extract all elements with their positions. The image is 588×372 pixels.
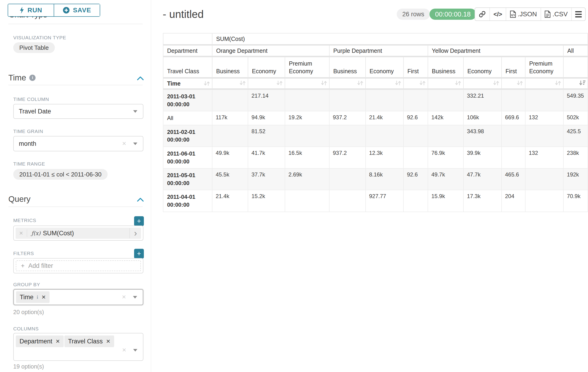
sort-icon[interactable] [357,80,364,86]
columns-chip[interactable]: Travel Class ✕ [64,336,114,347]
sort-icon[interactable] [320,80,327,86]
group-by-chip[interactable]: Time i ✕ [16,291,50,303]
sort-icon[interactable] [394,80,401,86]
add-filter-plus-button[interactable]: + [134,249,144,258]
time-grain-select[interactable]: month × [13,136,143,151]
filters-box: + Add filter [13,258,143,273]
share-link-button[interactable] [475,8,490,21]
clear-icon[interactable]: × [122,293,126,301]
table-cell: 332.21 [463,89,502,111]
sort-icon[interactable] [239,80,246,86]
viz-type-pill[interactable]: Pivot Table [13,42,55,53]
table-cell: 81.52 [248,125,285,147]
time-column-select[interactable]: Travel Date [13,104,143,119]
time-section-header[interactable]: Time i [8,73,36,82]
query-section-header[interactable]: Query [8,194,31,204]
group-by-select[interactable]: Time i ✕ × [13,289,143,305]
column-sort-header[interactable] [563,78,588,89]
table-cell [525,125,563,147]
column-sort-header[interactable] [463,78,502,89]
add-metric-button[interactable]: + [134,216,144,226]
table-cell: 549.35 [563,89,588,111]
sort-icon[interactable] [493,80,499,86]
table-row: 2011-06-01 00:00:0049.9k41.7k16.5k937.21… [163,147,588,168]
column-header: Business [428,56,463,78]
column-sort-header[interactable] [212,78,248,89]
column-sort-header[interactable] [285,78,329,89]
sort-icon[interactable] [276,80,283,86]
save-button-label: SAVE [73,7,91,14]
save-button[interactable]: SAVE [54,4,100,16]
export-csv-button[interactable]: .CSV [541,8,572,21]
chart-title[interactable]: - untitled [163,8,204,21]
export-toolbar: </> .JSON .CSV [475,7,586,21]
row-header: 2011-03-01 00:00:00 [163,89,212,111]
export-json-button[interactable]: .JSON [506,8,541,21]
table-cell: 425.5 [563,125,588,147]
query-section-title: Query [8,194,31,204]
table-cell: 15.2k [248,190,285,212]
table-row: 2011-05-01 00:00:0045.5k37.7k2.69k8.16k9… [163,168,588,190]
run-button[interactable]: RUN [8,4,54,16]
chevron-right-icon[interactable]: › [129,228,141,238]
table-cell: 47.7k [463,168,502,190]
time-column-label: TIME COLUMN [13,96,49,102]
column-sort-header[interactable] [525,78,563,89]
table-row: 2011-02-01 00:00:0081.52343.98425.5 [163,125,588,147]
sort-desc-icon[interactable] [579,80,586,86]
sort-icon[interactable] [203,80,210,87]
time-range-pill[interactable]: 2011-01-01 ≤ col < 2011-06-30 [13,169,108,180]
column-group-header: Purple Department [329,45,428,56]
column-sort-header[interactable] [428,78,463,89]
table-cell: 465.6 [502,168,525,190]
pivot-table-container: SUM(Cost)DepartmentOrange DepartmentPurp… [163,33,588,212]
table-cell: 217.14 [248,89,285,111]
columns-chip[interactable]: Department ✕ [16,336,64,347]
section-divider [8,85,143,85]
csv-file-icon [545,11,551,18]
row-header: 2011-05-01 00:00:00 [163,168,212,190]
table-cell: 41.7k [248,147,285,168]
column-header: Economy [463,56,502,78]
remove-metric-icon[interactable]: × [16,230,27,237]
remove-chip-icon[interactable]: ✕ [106,338,110,345]
column-sort-header[interactable] [366,78,403,89]
table-cell [403,89,428,111]
clear-icon[interactable]: × [122,139,126,147]
remove-chip-icon[interactable]: ✕ [55,338,60,345]
column-sort-header[interactable] [403,78,428,89]
view-query-button[interactable]: </> [490,8,506,21]
row-header: 2011-02-01 00:00:00 [163,125,212,147]
chevron-up-icon[interactable] [137,197,144,202]
columns-option-count: 19 option(s) [13,363,44,370]
table-cell: 12.3k [366,147,403,168]
sort-icon[interactable] [516,80,523,86]
column-sort-header[interactable] [248,78,285,89]
columns-select[interactable]: Department ✕ Travel Class ✕ × [13,333,143,361]
table-cell: 70.9k [563,190,588,212]
viz-type-label: VISUALIZATION TYPE [13,35,66,41]
table-cell [212,89,248,111]
time-sort-header[interactable]: Time [163,78,212,89]
table-cell: 92.6 [403,168,428,190]
chevron-up-icon[interactable] [137,76,144,81]
remove-chip-icon[interactable]: ✕ [41,294,46,300]
sort-icon[interactable] [554,80,561,86]
table-cell [403,125,428,147]
table-cell: 49.7k [428,168,463,190]
table-cell [403,190,428,212]
table-cell [366,125,403,147]
column-group-header: Orange Department [212,45,329,56]
metric-chip[interactable]: × ƒ(x) SUM(Cost) › [16,228,141,239]
clear-icon[interactable]: × [122,346,126,354]
table-cell [428,125,463,147]
table-cell [285,89,329,111]
sort-icon[interactable] [419,80,426,86]
csv-label: .CSV [552,11,567,18]
add-filter-button[interactable]: + Add filter [16,260,141,271]
column-sort-header[interactable] [502,78,525,89]
sort-icon[interactable] [454,80,461,86]
more-menu-button[interactable] [572,8,585,21]
metrics-label: METRICS [13,218,36,223]
column-sort-header[interactable] [329,78,366,89]
